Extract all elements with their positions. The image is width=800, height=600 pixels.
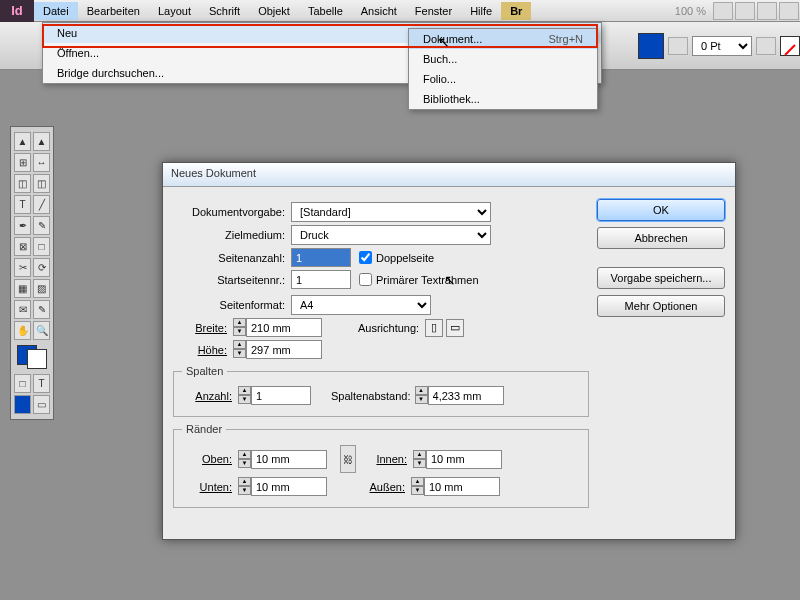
transform-tool[interactable]: ⟳	[33, 258, 50, 277]
input-innen[interactable]	[426, 450, 502, 469]
gradient-feather-tool[interactable]: ▨	[33, 279, 50, 298]
label-breite: Breite:	[173, 322, 233, 334]
label-vorgabe: Dokumentvorgabe:	[173, 206, 291, 218]
stroke-icon[interactable]	[668, 37, 688, 55]
new-document-dialog: Neues Dokument Dokumentvorgabe: [Standar…	[162, 162, 736, 540]
arrange-icon[interactable]	[757, 2, 777, 20]
menu-objekt[interactable]: Objekt	[249, 2, 299, 20]
label-abstand: Spaltenabstand:	[331, 390, 411, 402]
zoom-level[interactable]: 100 %	[669, 5, 712, 17]
pen-tool[interactable]: ✒	[14, 216, 31, 235]
selection-tool[interactable]: ▲	[14, 132, 31, 151]
submenu-bibliothek[interactable]: Bibliothek...	[409, 89, 597, 109]
submenu-dokument-shortcut: Strg+N	[548, 33, 583, 45]
frame-tool[interactable]: ⊠	[14, 237, 31, 256]
ok-button[interactable]: OK	[597, 199, 725, 221]
select-vorgabe[interactable]: [Standard]	[291, 202, 491, 222]
input-anzahl[interactable]	[251, 386, 311, 405]
legend-raender: Ränder	[182, 423, 226, 435]
stroke-style-icon[interactable]	[756, 37, 776, 55]
checkbox-doppelseite[interactable]: Doppelseite	[359, 251, 434, 264]
stroke-weight[interactable]: 0 Pt	[692, 36, 752, 56]
label-aussen: Außen:	[355, 481, 411, 493]
label-hoehe: Höhe:	[173, 344, 233, 356]
label-start: Startseitennr.:	[173, 274, 291, 286]
menu-hilfe[interactable]: Hilfe	[461, 2, 501, 20]
select-ziel[interactable]: Druck	[291, 225, 491, 245]
app-icon: Id	[0, 0, 34, 22]
view-mode-icon[interactable]	[713, 2, 733, 20]
input-oben[interactable]	[251, 450, 327, 469]
apply-color[interactable]: □	[14, 374, 31, 393]
line-tool[interactable]: ╱	[33, 195, 50, 214]
save-preset-button[interactable]: Vorgabe speichern...	[597, 267, 725, 289]
label-ausrichtung: Ausrichtung:	[358, 322, 419, 334]
input-aussen[interactable]	[424, 477, 500, 496]
label-ziel: Zielmedium:	[173, 229, 291, 241]
screen-mode-icon[interactable]	[735, 2, 755, 20]
input-breite[interactable]	[246, 318, 322, 337]
menu-ansicht[interactable]: Ansicht	[352, 2, 406, 20]
gap-tool[interactable]: ↔	[33, 153, 50, 172]
more-options-button[interactable]: Mehr Optionen	[597, 295, 725, 317]
label-oben: Oben:	[182, 453, 238, 465]
eyedropper-tool[interactable]: ✎	[33, 300, 50, 319]
content-tool[interactable]: ◫	[14, 174, 31, 193]
note-tool[interactable]: ✉	[14, 300, 31, 319]
bridge-icon[interactable]: Br	[501, 2, 531, 20]
fill-stroke-swatch[interactable]	[17, 345, 47, 369]
menubar: Id Datei Bearbeiten Layout Schrift Objek…	[0, 0, 800, 22]
input-seiten[interactable]	[291, 248, 351, 267]
orientation-portrait[interactable]: ▯	[425, 319, 443, 337]
tool-panel: ▲▲ ⊞↔ ◫◫ T╱ ✒✎ ⊠□ ✂⟳ ▦▨ ✉✎ ✋🔍 □T ▭	[10, 126, 54, 420]
page-tool[interactable]: ⊞	[14, 153, 31, 172]
hand-tool[interactable]: ✋	[14, 321, 31, 340]
none-swatch[interactable]	[780, 36, 800, 56]
menu-datei[interactable]: Datei	[34, 2, 78, 20]
input-abstand[interactable]	[428, 386, 504, 405]
type-tool[interactable]: T	[14, 195, 31, 214]
pencil-tool[interactable]: ✎	[33, 216, 50, 235]
label-seiten: Seitenanzahl:	[173, 252, 291, 264]
label-format: Seitenformat:	[173, 299, 291, 311]
fieldset-spalten: Spalten Anzahl: ▲▼ Spaltenabstand: ▲▼	[173, 365, 589, 417]
menu-bearbeiten[interactable]: Bearbeiten	[78, 2, 149, 20]
menu-schrift[interactable]: Schrift	[200, 2, 249, 20]
apply-text[interactable]: T	[33, 374, 50, 393]
legend-spalten: Spalten	[182, 365, 227, 377]
label-unten: Unten:	[182, 481, 238, 493]
screen-mode[interactable]: ▭	[33, 395, 50, 414]
submenu-folio[interactable]: Folio...	[409, 69, 597, 89]
orientation-landscape[interactable]: ▭	[446, 319, 464, 337]
zoom-tool[interactable]: 🔍	[33, 321, 50, 340]
neu-submenu: Dokument... Strg+N Buch... Folio... Bibl…	[408, 28, 598, 110]
gradient-tool[interactable]: ▦	[14, 279, 31, 298]
input-hoehe[interactable]	[246, 340, 322, 359]
fill-swatch[interactable]	[638, 33, 664, 59]
cancel-button[interactable]: Abbrechen	[597, 227, 725, 249]
link-margins-icon[interactable]: ⛓	[340, 445, 356, 473]
menu-layout[interactable]: Layout	[149, 2, 200, 20]
submenu-buch[interactable]: Buch...	[409, 49, 597, 69]
menu-tabelle[interactable]: Tabelle	[299, 2, 352, 20]
fieldset-raender: Ränder Oben: ▲▼ ⛓ Innen: ▲▼ Unten: ▲▼ Au…	[173, 423, 589, 508]
menu-fenster[interactable]: Fenster	[406, 2, 461, 20]
label-innen: Innen:	[357, 453, 413, 465]
label-anzahl: Anzahl:	[182, 390, 238, 402]
scissors-tool[interactable]: ✂	[14, 258, 31, 277]
workspace-icon[interactable]	[779, 2, 799, 20]
rect-tool[interactable]: □	[33, 237, 50, 256]
submenu-dokument-label: Dokument...	[423, 33, 548, 45]
content-tool2[interactable]: ◫	[33, 174, 50, 193]
submenu-dokument[interactable]: Dokument... Strg+N	[409, 29, 597, 49]
color-mode[interactable]	[14, 395, 31, 414]
input-unten[interactable]	[251, 477, 327, 496]
select-format[interactable]: A4	[291, 295, 431, 315]
checkbox-primar[interactable]: Primärer Textrahmen	[359, 273, 479, 286]
dialog-title: Neues Dokument	[163, 163, 735, 187]
direct-select-tool[interactable]: ▲	[33, 132, 50, 151]
input-start[interactable]	[291, 270, 351, 289]
